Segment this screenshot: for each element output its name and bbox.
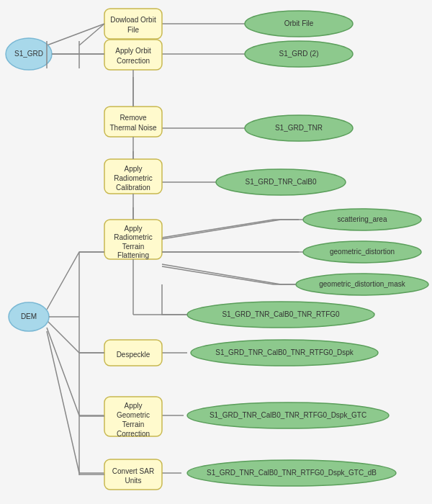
node-download-orbit[interactable]: Dowload Orbit File [104,9,162,39]
node-geometric-terrain-label2: Geometric [117,411,150,419]
node-dem: DEM [9,302,49,331]
svg-rect-1 [104,40,162,70]
node-dspk-label: S1_GRD_TNR_CalB0_TNR_RTFG0_Dspk [215,348,354,356]
node-geometric-distortion-mask: geometric_distortion_mask [296,274,428,295]
node-convert-sar[interactable]: Convert SAR Units [104,459,162,490]
node-download-orbit-label: Dowload Orbit [110,16,156,24]
node-download-orbit-label2: File [127,26,140,34]
edge-s1grd-to-download [79,24,104,45]
node-orbit-file: Orbit File [245,11,353,37]
node-calb0: S1_GRD_TNR_CalB0 [216,169,346,195]
node-rtfg0-label: S1_GRD_TNR_CalB0_TNR_RTFG0 [222,310,340,318]
node-radiometric-cal-label3: Calibration [116,184,150,192]
edge-dem-terrain [47,252,104,310]
node-apply-orbit-label2: Correction [117,57,150,65]
svg-rect-2 [104,107,162,137]
node-convert-sar-label: Convert SAR [112,467,154,475]
node-remove-thermal-label2: Thermal Noise [109,124,156,132]
node-geometric-terrain-label3: Terrain [122,420,145,428]
node-s1grd2: S1_GRD (2) [245,41,353,67]
node-db-label: S1_GRD_TNR_CalB0_TNR_RTFG0_Dspk_GTC_dB [207,469,377,477]
node-s1grd-tnr-label: S1_GRD_TNR [275,124,323,132]
node-s1grd-tnr: S1_GRD_TNR [245,115,353,141]
node-calb0-label: S1_GRD_TNR_CalB0 [246,178,317,186]
svg-rect-0 [104,9,162,39]
edge-terrain-to-geodistmask [162,264,281,284]
node-scattering-area: scattering_area [303,209,421,230]
node-s1grd-label: S1_GRD [14,50,43,58]
edge-s1grd-download [47,24,104,45]
edge-dem-despeckle [47,320,104,353]
node-radiometric-cal[interactable]: Apply Radiometric Calibration [104,159,162,194]
node-s1grd2-label: S1_GRD (2) [279,50,318,58]
node-radiometric-terrain-label2: Radiometric [114,233,152,241]
node-rtfg0: S1_GRD_TNR_CalB0_TNR_RTFG0 [187,302,374,328]
node-gtc: S1_GRD_TNR_CalB0_TNR_RTFG0_Dspk_GTC [187,402,389,428]
node-geometric-terrain-label: Apply [124,402,142,410]
node-radiometric-cal-label: Apply [124,165,142,173]
node-s1grd: S1_GRD [6,38,52,70]
node-geometric-distortion-label: geometric_distortion [330,248,395,256]
edge-terrain-to-scatter [162,220,281,239]
node-radiometric-terrain-label: Apply [124,225,142,233]
node-dspk: S1_GRD_TNR_CalB0_TNR_RTFG0_Dspk [191,340,378,366]
node-remove-thermal-label: Remove [120,114,147,122]
node-scattering-area-label: scattering_area [338,215,387,223]
node-geometric-distortion-mask-label: geometric_distortion_mask [319,280,405,288]
node-geometric-distortion: geometric_distortion [303,241,421,263]
node-radiometric-cal-label2: Radiometric [114,174,152,182]
node-apply-orbit-label: Apply Orbit [115,47,151,55]
node-radiometric-terrain[interactable]: Apply Radiometric Terrain Flattening [104,220,162,259]
node-geometric-terrain[interactable]: Apply Geometric Terrain Correction [104,397,162,438]
node-geometric-terrain-label4: Correction [117,430,150,438]
edge-dem-geometric [47,328,104,415]
node-radiometric-terrain-label3: Terrain [122,243,145,251]
node-remove-thermal[interactable]: Remove Thermal Noise [104,107,162,137]
node-radiometric-terrain-label4: Flattening [117,251,149,259]
node-db: S1_GRD_TNR_CalB0_TNR_RTFG0_Dspk_GTC_dB [187,460,396,486]
node-dem-label: DEM [21,312,37,320]
node-apply-orbit[interactable]: Apply Orbit Correction [104,40,162,70]
node-orbit-file-label: Orbit File [284,19,314,27]
node-despeckle-label: Despeckle [117,351,150,359]
node-gtc-label: S1_GRD_TNR_CalB0_TNR_RTFG0_Dspk_GTC [210,411,366,419]
edge-terrain-scatter [162,220,299,238]
node-convert-sar-label2: Units [125,477,142,485]
edge-terrain-rtfg0 [162,284,191,315]
diagram: Dowload Orbit File Apply Orbit Correctio… [0,0,432,504]
node-despeckle[interactable]: Despeckle [104,340,162,366]
